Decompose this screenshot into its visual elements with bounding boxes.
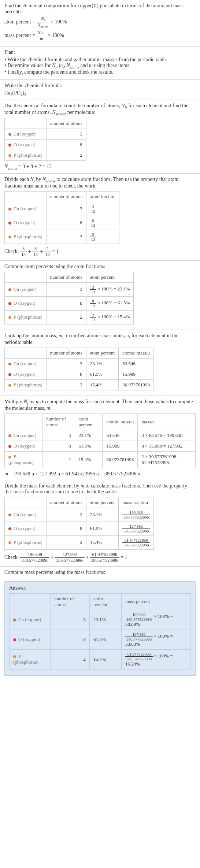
mass-percent-formula: mass percent = Nimi m × 100% (4, 30, 196, 42)
molecular-mass-sum: m = 190.638 u + 127.992 u + 61.947523996… (4, 471, 196, 477)
element-dot-icon (8, 384, 11, 387)
element-dot-icon (8, 456, 11, 459)
atomic-mass-section: Look up the atomic mass, mi, in unified … (0, 330, 200, 396)
step1-title: Write the chemical formula: (4, 83, 196, 89)
count-atoms-section: Use the chemical formula to count the nu… (0, 100, 200, 174)
table-row: P (phosphorus)2213 (5, 230, 119, 244)
answer-box: Answer: number of atomsatom percentmass … (4, 581, 196, 676)
plan-bullet-1: Write the chemical formula and gather at… (4, 57, 196, 63)
element-dot-icon (8, 208, 11, 211)
element-dot-icon (13, 655, 16, 658)
natoms-sum: Natoms = 3 + 8 + 2 = 13 (4, 164, 196, 170)
step8-title: Compute mass percents using the mass fra… (4, 570, 196, 575)
table-row: O (oxygen)8813 (5, 216, 119, 230)
atom-fraction-section: Divide each Ni by Natoms to calculate at… (0, 174, 200, 261)
element-dot-icon (13, 619, 16, 622)
table-row: P (phosphorus)215.4%61.947523996380.5775… (5, 535, 154, 549)
plan-section: Plan: Write the chemical formula and gat… (0, 47, 200, 80)
element-dot-icon (8, 144, 11, 146)
table-row: P (phosphorus)2 (5, 150, 86, 161)
element-dot-icon (8, 434, 11, 437)
atom-percent-section: Compute atom percents using the atom fra… (0, 261, 200, 330)
element-dot-icon (8, 222, 11, 225)
step2-title: Use the chemical formula to count the nu… (4, 103, 196, 116)
element-dot-icon (8, 445, 11, 448)
element-dot-icon (8, 302, 11, 305)
atomic-mass-table: number of atomsatom percentatomic mass/u… (4, 348, 154, 390)
plan-bullet-2: Determine values for Ni, mi, Natoms and … (4, 63, 196, 69)
element-dot-icon (8, 316, 11, 319)
table-row: P (phosphorus)215.4%30.973761998 (5, 379, 154, 390)
element-dot-icon (8, 154, 11, 157)
step4-title: Compute atom percents using the atom fra… (4, 264, 196, 270)
element-dot-icon (8, 513, 11, 516)
table-row: P (phosphorus)2213 × 100% = 15.4% (5, 310, 134, 324)
element-dot-icon (8, 133, 11, 136)
table-row: O (oxygen)861.5%15.9998 × 15.999 = 127.9… (5, 441, 196, 451)
element-dot-icon (8, 235, 11, 238)
table-row: P (phosphorus)215.4%61.947523996380.5775… (10, 649, 191, 669)
table-row: Cu (copper)3 (5, 129, 86, 140)
table-row: P (phosphorus)215.4%30.9737619982 × 30.9… (5, 451, 196, 468)
element-dot-icon (13, 638, 16, 641)
step5-title: Look up the atomic mass, mi, in unified … (4, 333, 196, 345)
mass-fraction-section: Divide the mass for each element by m to… (0, 480, 200, 567)
table-row: Cu (copper)323.1%63.546 (5, 358, 154, 369)
element-dot-icon (8, 541, 11, 544)
mass-table: number of atomsatom percentatomic mass/u… (4, 413, 196, 468)
table-row: Cu (copper)3313 × 100% = 23.1% (5, 282, 134, 296)
atom-count-table: number of atoms Cu (copper)3 O (oxygen)8… (4, 118, 86, 161)
chemical-formula-section: Write the chemical formula: Cu3(PO4)2 (0, 80, 200, 100)
plan-bullet-3: Finally, compute the percents and check … (4, 69, 196, 75)
step6-title: Multiply Ni by mi to compute the mass fo… (4, 399, 196, 411)
atom-percent-formula: atom percent = Ni Natoms × 100% (4, 16, 196, 29)
mass-percent-section: Compute mass percents using the mass fra… (0, 567, 200, 578)
element-dot-icon (8, 527, 11, 530)
table-row: Cu (copper)3313 (5, 202, 119, 216)
table-row: Cu (copper)323.1%190.638380.577523996 (5, 508, 154, 522)
fraction-check: Check: 313 + 813 + 213 = 1 (4, 246, 196, 257)
table-row: O (oxygen)861.5%15.999 (5, 369, 154, 379)
plan-title: Plan: (4, 49, 196, 55)
mass-section: Multiply Ni by mi to compute the mass fo… (0, 396, 200, 480)
table-row: O (oxygen)861.5%127.992380.577523996 × 1… (10, 630, 191, 649)
table-row: O (oxygen)8813 × 100% = 61.5% (5, 296, 134, 310)
table-row: Cu (copper)323.1%63.5463 × 63.546 = 190.… (5, 430, 196, 441)
intro-section: Find the elemental composition for coppe… (0, 0, 200, 47)
answer-label: Answer: (9, 585, 191, 591)
answer-table: number of atomsatom percentmass percent … (9, 593, 191, 669)
step7-title: Divide the mass for each element by m to… (4, 483, 196, 495)
element-dot-icon (8, 288, 11, 291)
chemical-formula: Cu3(PO4)2 (4, 90, 196, 97)
atom-fraction-table: number of atomsatom fraction Cu (copper)… (4, 191, 119, 244)
mass-fraction-table: number of atomsatom percentmass fraction… (4, 497, 154, 550)
step3-title: Divide each Ni by Natoms to calculate at… (4, 177, 196, 189)
table-row: Cu (copper)323.1%190.638380.577523996 × … (10, 610, 191, 630)
mass-fraction-check: Check: 190.638380.577523996 + 127.992380… (4, 552, 196, 563)
table-row: O (oxygen)8 (5, 140, 86, 150)
question-text: Find the elemental composition for coppe… (4, 3, 196, 15)
atom-percent-table: number of atomsatom percent Cu (copper)3… (4, 272, 134, 324)
table-row: O (oxygen)861.5%127.992380.577523996 (5, 522, 154, 535)
element-dot-icon (8, 363, 11, 366)
element-dot-icon (8, 373, 11, 376)
